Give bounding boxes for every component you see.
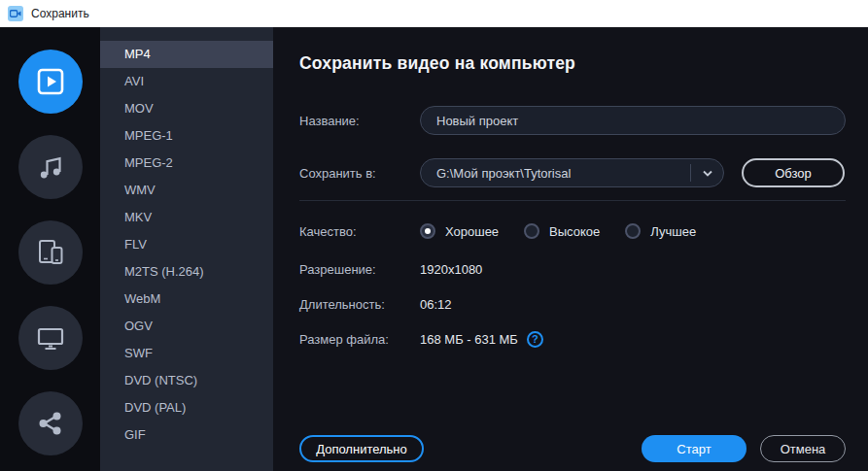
- quality-radio-best[interactable]: Лучшее: [625, 223, 696, 239]
- duration-value: 06:12: [420, 297, 452, 312]
- export-settings-panel: Сохранить видео на компьютер Название: С…: [273, 27, 868, 471]
- bottom-action-bar: Дополнительно Старт Отмена: [299, 434, 846, 463]
- resolution-value: 1920x1080: [420, 262, 482, 277]
- quality-radio-high[interactable]: Высокое: [524, 223, 600, 239]
- radio-label: Лучшее: [650, 224, 696, 239]
- format-list-item[interactable]: WebM: [100, 286, 273, 313]
- name-label: Название:: [299, 114, 420, 128]
- titlebar: Сохранить: [0, 0, 868, 27]
- resolution-label: Разрешение:: [299, 262, 420, 277]
- quality-radio-group: Хорошее Высокое Лучшее: [420, 223, 696, 239]
- help-icon[interactable]: ?: [527, 331, 543, 348]
- sidebar-item-share[interactable]: [18, 391, 83, 455]
- sidebar-item-audio[interactable]: [18, 135, 83, 199]
- filesize-value: 168 МБ - 631 МБ: [420, 332, 518, 347]
- format-list-item[interactable]: OGV: [100, 313, 273, 340]
- save-path-value: G:\Мой проэкт\Tytorisal: [421, 166, 690, 181]
- format-list-item[interactable]: MP4: [100, 41, 273, 68]
- format-list: MP4 AVI MOV MPEG-1 MPEG-2 WMV MKV FLV M2…: [100, 27, 273, 471]
- format-list-item[interactable]: MPEG-1: [100, 122, 273, 150]
- radio-label: Хорошее: [445, 224, 499, 239]
- format-list-item[interactable]: FLV: [100, 231, 273, 258]
- start-button[interactable]: Старт: [642, 435, 746, 462]
- format-list-item[interactable]: WMV: [100, 177, 273, 204]
- app-camera-icon: [8, 6, 23, 21]
- tv-icon: [36, 323, 65, 353]
- filesize-label: Размер файла:: [299, 332, 420, 347]
- radio-icon: [420, 223, 435, 239]
- format-list-item[interactable]: AVI: [100, 68, 273, 95]
- radio-icon: [625, 223, 641, 239]
- duration-label: Длительность:: [299, 297, 420, 312]
- format-list-item[interactable]: SWF: [100, 340, 273, 367]
- format-list-item[interactable]: MPEG-2: [100, 150, 273, 177]
- quality-label: Качество:: [299, 224, 420, 239]
- advanced-button[interactable]: Дополнительно: [299, 435, 424, 462]
- destination-sidebar: [0, 27, 100, 471]
- quality-radio-good[interactable]: Хорошее: [420, 223, 499, 239]
- music-icon: [37, 153, 64, 181]
- window-title: Сохранить: [31, 7, 89, 20]
- format-list-item[interactable]: DVD (NTSC): [100, 367, 273, 394]
- section-divider: [299, 200, 846, 201]
- save-to-label: Сохранить в:: [299, 166, 420, 181]
- radio-label: Высокое: [549, 224, 600, 239]
- format-list-item[interactable]: DVD (PAL): [100, 394, 273, 421]
- format-list-item[interactable]: MKV: [100, 204, 273, 231]
- video-icon: [36, 67, 65, 96]
- save-path-dropdown[interactable]: G:\Мой проэкт\Tytorisal: [420, 158, 724, 187]
- sidebar-item-tv[interactable]: [18, 306, 83, 370]
- cancel-button[interactable]: Отмена: [760, 435, 846, 462]
- radio-icon: [524, 223, 539, 239]
- chevron-down-icon: [691, 170, 723, 177]
- sidebar-item-devices[interactable]: [18, 220, 83, 285]
- sidebar-item-video[interactable]: [18, 50, 83, 114]
- format-list-item[interactable]: GIF: [100, 421, 273, 449]
- browse-button[interactable]: Обзор: [742, 158, 845, 187]
- share-icon: [37, 410, 64, 437]
- format-list-item[interactable]: MOV: [100, 95, 273, 122]
- page-title: Сохранить видео на компьютер: [299, 53, 846, 74]
- devices-icon: [36, 238, 65, 267]
- format-list-item[interactable]: M2TS (H.264): [100, 258, 273, 286]
- project-name-input[interactable]: [420, 106, 846, 135]
